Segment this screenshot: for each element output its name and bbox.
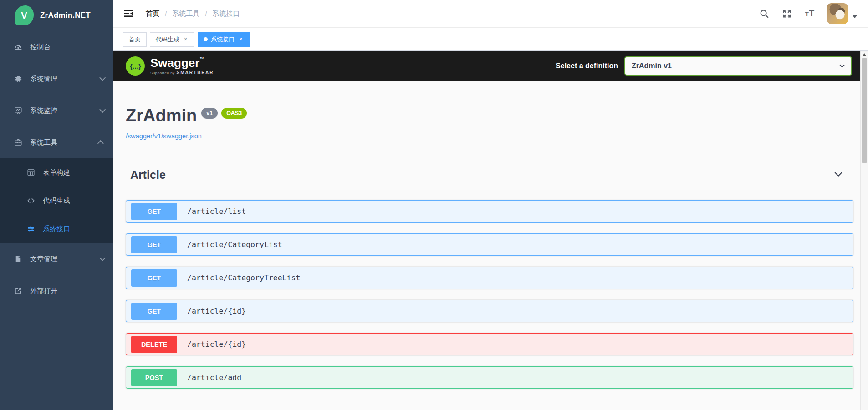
spec-json-link[interactable]: /swagger/v1/swagger.json [126, 132, 202, 140]
tab-home[interactable]: 首页 [123, 32, 147, 47]
dashboard-icon [14, 42, 23, 51]
sidebar-item-article-management[interactable]: 文章管理 [0, 243, 113, 275]
sidebar-item-label: 系统工具 [30, 138, 57, 147]
sidebar-item-system-management[interactable]: 系统管理 [0, 63, 113, 95]
swagger-topbar: {…} Swagger™ Supported bySMARTBEAR Selec… [113, 51, 860, 81]
sidebar-item-dashboard[interactable]: 控制台 [0, 31, 113, 63]
method-badge: GET [131, 203, 177, 220]
swagger-frame: {…} Swagger™ Supported bySMARTBEAR Selec… [113, 51, 868, 410]
external-link-icon [14, 286, 23, 295]
method-badge: GET [131, 303, 177, 320]
section-title: Article [130, 168, 166, 182]
monitor-icon [14, 106, 23, 115]
breadcrumb-separator: / [165, 10, 167, 18]
endpoint-row[interactable]: GET /article/CategoryTreeList [126, 267, 853, 289]
select-definition-label: Select a definition [556, 62, 618, 70]
sidebar-item-label: 系统管理 [30, 75, 57, 83]
api-title: ZrAdmin [126, 107, 197, 124]
api-info-block: ZrAdmin v1 OAS3 /swagger/v1/swagger.json [126, 107, 853, 140]
sidebar-item-form-builder[interactable]: 表单构建 [0, 158, 113, 187]
tab-label: 首页 [129, 35, 141, 44]
font-size-icon[interactable]: тT [805, 9, 814, 19]
document-icon [14, 254, 23, 263]
breadcrumb: 首页 / 系统工具 / 系统接口 [146, 10, 240, 18]
chevron-down-icon [99, 255, 106, 261]
tab-label: 代码生成 [156, 35, 179, 44]
sidebar-item-system-tools[interactable]: 系统工具 [0, 127, 113, 158]
sidebar-item-label: 外部打开 [30, 287, 57, 295]
tab-code-generation[interactable]: 代码生成 ✕ [150, 32, 194, 47]
tab-system-api[interactable]: 系统接口 ✕ [198, 32, 250, 47]
sidebar-item-system-monitor[interactable]: 系统监控 [0, 95, 113, 127]
user-menu[interactable] [827, 3, 857, 24]
article-section: Article GET /article/list GET /article/C… [126, 168, 853, 389]
version-badge: v1 [201, 108, 218, 119]
endpoint-row[interactable]: GET /article/CategoryList [126, 233, 853, 256]
app-root: V ZrAdmin.NET 控制台 系统管理 系统监 [0, 0, 868, 410]
definition-select-group: Select a definition ZrAdmin v1 [556, 56, 852, 76]
sidebar-item-label: 系统监控 [30, 106, 57, 115]
system-tools-submenu: 表单构建 代码生成 系统接口 [0, 158, 113, 243]
sliders-icon [26, 224, 36, 233]
endpoint-row[interactable]: GET /article/list [126, 200, 853, 223]
endpoint-row[interactable]: GET /article/{id} [126, 300, 853, 322]
gear-icon [14, 74, 23, 83]
sidebar-item-label: 表单构建 [43, 168, 70, 177]
fullscreen-icon[interactable] [782, 9, 792, 19]
method-badge: GET [131, 269, 177, 287]
search-icon[interactable] [759, 9, 769, 19]
endpoint-path: /article/list [187, 207, 246, 216]
app-title: ZrAdmin.NET [40, 11, 91, 20]
form-table-icon [26, 168, 36, 177]
api-title-row: ZrAdmin v1 OAS3 [126, 107, 853, 124]
app-logo[interactable]: V ZrAdmin.NET [0, 0, 113, 31]
close-icon[interactable]: ✕ [183, 36, 189, 43]
swagger-frame-inner: {…} Swagger™ Supported bySMARTBEAR Selec… [113, 51, 860, 410]
endpoint-path: /article/CategoryTreeList [187, 273, 300, 282]
avatar[interactable] [827, 3, 848, 24]
chevron-down-icon [839, 62, 844, 67]
toolbox-icon [14, 138, 23, 147]
endpoint-path: /article/add [187, 373, 241, 382]
smartbear-logo-text: SMARTBEAR [177, 70, 214, 75]
method-badge: GET [131, 236, 177, 253]
endpoint-path: /article/{id} [187, 340, 246, 349]
vertical-scrollbar[interactable] [860, 51, 868, 410]
tag-view-bar: 首页 代码生成 ✕ 系统接口 ✕ [113, 28, 868, 51]
swagger-logo: {…} Swagger™ Supported bySMARTBEAR [126, 56, 214, 76]
sidebar-item-system-api[interactable]: 系统接口 [0, 215, 113, 243]
swagger-wordmark: Swagger™ [150, 57, 214, 69]
sidebar-collapse-icon[interactable] [123, 9, 134, 19]
chevron-up-icon [97, 140, 104, 147]
breadcrumb-home[interactable]: 首页 [146, 10, 159, 18]
sidebar-item-label: 文章管理 [30, 255, 57, 263]
tab-label: 系统接口 [211, 35, 235, 44]
sidebar-item-label: 控制台 [30, 43, 51, 51]
article-section-header[interactable]: Article [126, 168, 853, 189]
endpoint-row[interactable]: POST /article/add [126, 366, 853, 389]
scroll-up-arrow-icon[interactable] [863, 53, 866, 56]
active-dot-icon [204, 37, 208, 41]
swagger-wordmark-group: Swagger™ Supported bySMARTBEAR [150, 57, 214, 75]
scrollbar-thumb[interactable] [862, 58, 867, 163]
logo-letter: V [21, 10, 27, 21]
breadcrumb-system-api: 系统接口 [212, 10, 240, 18]
breadcrumb-separator: / [205, 10, 207, 18]
trademark: ™ [199, 56, 204, 61]
method-badge: DELETE [131, 336, 177, 353]
oas3-badge: OAS3 [221, 108, 247, 119]
caret-down-icon [853, 15, 857, 18]
breadcrumb-system-tools: 系统工具 [172, 10, 199, 18]
logo-icon: V [15, 5, 34, 25]
definition-select[interactable]: ZrAdmin v1 [624, 56, 852, 76]
sidebar-item-code-generation[interactable]: 代码生成 [0, 187, 113, 215]
section-chevron-down-icon[interactable] [833, 169, 843, 181]
endpoint-row[interactable]: DELETE /article/{id} [126, 333, 853, 355]
sidebar-menu: 控制台 系统管理 系统监控 系统工具 [0, 31, 113, 410]
main-area: 首页 / 系统工具 / 系统接口 тT [113, 0, 868, 410]
top-navbar: 首页 / 系统工具 / 系统接口 тT [113, 0, 868, 28]
close-icon[interactable]: ✕ [238, 36, 244, 43]
sidebar-item-external-open[interactable]: 外部打开 [0, 275, 113, 307]
endpoint-path: /article/CategoryList [187, 240, 282, 249]
sidebar: V ZrAdmin.NET 控制台 系统管理 系统监 [0, 0, 113, 410]
